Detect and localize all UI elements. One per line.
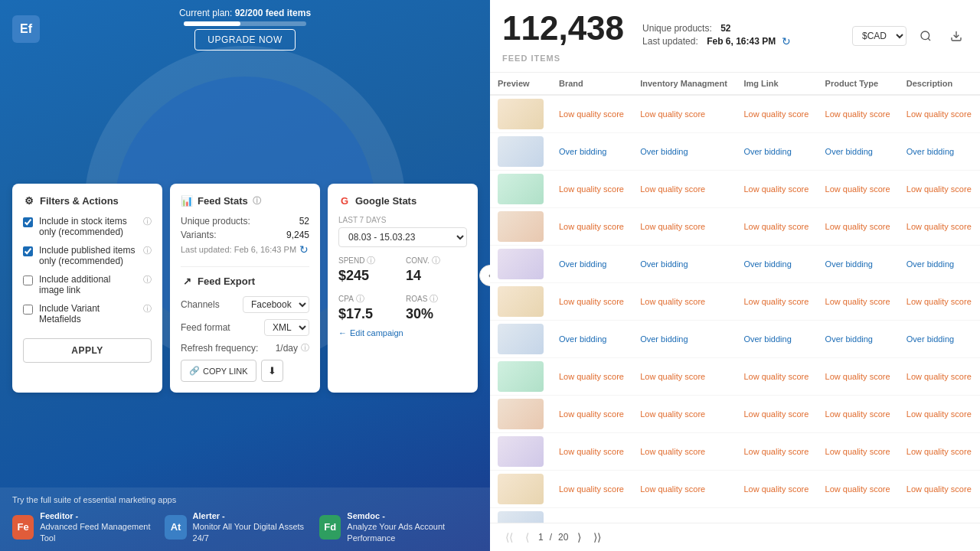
refresh-info-icon[interactable]: ⓘ — [301, 342, 309, 354]
next-page-button[interactable]: ⟩ — [574, 530, 584, 545]
plan-info: Current plan: 92/200 feed items UPGRADE … — [179, 8, 311, 51]
app-item-semdoc[interactable]: Fd Semdoc - Analyze Your Ads Account Per… — [319, 510, 478, 543]
preview-image — [498, 136, 544, 167]
preview-image — [498, 286, 544, 317]
additional-image-label: Include additional image link — [39, 274, 137, 295]
semdoc-icon: Fd — [319, 515, 341, 540]
inventory-cell: Low quality score — [632, 283, 736, 321]
svg-point-0 — [921, 31, 929, 40]
left-panel: Ef Current plan: 92/200 feed items UPGRA… — [0, 0, 490, 551]
preview-cell — [490, 358, 551, 396]
app-item-alerter[interactable]: At Alerter - Monitor All Your Digital As… — [165, 510, 307, 543]
feed-stats-info-icon[interactable]: ⓘ — [253, 195, 261, 207]
inventory-cell: Low quality score — [632, 358, 736, 396]
img-link-cell: Low quality score — [736, 95, 817, 133]
feed-stats-title: 📊 Feed Stats ⓘ — [181, 194, 309, 207]
download-header-button[interactable] — [945, 24, 968, 47]
inventory-cell: Over bidding — [632, 508, 736, 523]
table-row: Low quality score Low quality score Low … — [490, 171, 980, 208]
spend-info-icon[interactable]: ⓘ — [367, 255, 375, 266]
cpa-info-icon[interactable]: ⓘ — [356, 293, 364, 305]
table-header-row: Preview Brand Inventory Managment Img Li… — [490, 73, 980, 95]
published-info[interactable]: ⓘ — [143, 245, 152, 256]
preview-cell — [490, 95, 551, 133]
checkbox-additional-image: Include additional image link ⓘ — [23, 274, 152, 295]
inventory-cell: Over bidding — [632, 246, 736, 283]
preview-image — [498, 99, 544, 129]
inventory-cell: Low quality score — [632, 396, 736, 433]
conv-stat: CONV. ⓘ 14 — [406, 255, 467, 284]
channels-row: Channels Facebook — [181, 296, 309, 313]
brand-cell: Low quality score — [551, 358, 632, 396]
additional-image-info[interactable]: ⓘ — [143, 274, 152, 285]
feed-count: 112,438 — [502, 9, 624, 47]
channels-select[interactable]: Facebook — [243, 296, 309, 313]
alerter-icon: At — [165, 515, 186, 540]
img-link-cell: Low quality score — [736, 171, 817, 208]
variants-row: Variants: 9,245 — [181, 230, 309, 240]
roas-info-icon[interactable]: ⓘ — [430, 293, 438, 305]
in-stock-label: Include in stock items only (recommended… — [39, 216, 137, 237]
cards-row: ⚙ Filters & Actions Include in stock ite… — [0, 184, 490, 393]
last-updated-meta: Last updated: Feb 6, 16:43 PM ↻ — [642, 35, 840, 47]
in-stock-checkbox[interactable] — [23, 217, 33, 227]
download-button[interactable]: ⬇ — [261, 360, 283, 382]
product-type-cell: Low quality score — [818, 471, 899, 508]
app-item-feeditor[interactable]: Fe Feeditor - Advanced Feed Management T… — [12, 510, 152, 543]
additional-image-checkbox[interactable] — [23, 276, 33, 285]
published-checkbox[interactable] — [23, 246, 33, 256]
search-button[interactable] — [914, 24, 937, 47]
last-page-button[interactable]: ⟩⟩ — [590, 530, 604, 545]
description-cell: Over bidding — [899, 321, 980, 358]
app-logo: Ef — [12, 15, 40, 43]
table-row: Over bidding Over bidding Over bidding O… — [490, 246, 980, 283]
checkbox-published: Include published items only (recommende… — [23, 245, 152, 266]
conv-info-icon[interactable]: ⓘ — [432, 255, 440, 266]
upgrade-button[interactable]: UPGRADE NOW — [194, 29, 296, 51]
product-type-cell: Low quality score — [818, 283, 899, 321]
feed-meta: Unique products: 52 Last updated: Feb 6,… — [636, 23, 840, 49]
edit-campaign-link[interactable]: ← Edit campaign — [338, 328, 467, 337]
variant-metafields-info[interactable]: ⓘ — [143, 303, 152, 315]
description-cell: Low quality score — [899, 95, 980, 133]
prev-page-button[interactable]: ⟨ — [522, 530, 532, 545]
header-refresh-icon[interactable]: ↻ — [782, 35, 791, 47]
currency-select[interactable]: $CAD — [852, 26, 906, 46]
bottom-apps-label: Try the full suite of essential marketin… — [12, 495, 478, 504]
col-product-type: Product Type — [818, 73, 899, 95]
preview-image — [498, 249, 544, 279]
product-type-cell: Low quality score — [818, 433, 899, 471]
brand-cell: Over bidding — [551, 246, 632, 283]
page-current: 1 — [538, 532, 544, 543]
apply-button[interactable]: APPLY — [23, 338, 152, 363]
last-updated-row: Last updated: Feb 6, 16:43 PM ↻ — [181, 243, 309, 256]
feeditor-icon: Fe — [12, 515, 34, 540]
preview-image — [498, 436, 544, 467]
preview-cell — [490, 321, 551, 358]
feed-format-select[interactable]: XML — [264, 319, 309, 336]
conv-value: 14 — [406, 268, 467, 284]
brand-cell: Low quality score — [551, 171, 632, 208]
preview-cell — [490, 133, 551, 171]
in-stock-info[interactable]: ⓘ — [143, 216, 152, 227]
description-cell: Low quality score — [899, 358, 980, 396]
table-row: Low quality score Low quality score Low … — [490, 358, 980, 396]
img-link-cell: Over bidding — [736, 133, 817, 171]
product-type-cell: Low quality score — [818, 95, 899, 133]
first-page-button[interactable]: ⟨⟨ — [502, 530, 516, 545]
published-label: Include published items only (recommende… — [39, 245, 137, 266]
refresh-icon[interactable]: ↻ — [299, 243, 309, 256]
brand-cell: Over bidding — [551, 508, 632, 523]
brand-cell: Over bidding — [551, 133, 632, 171]
brand-cell: Low quality score — [551, 283, 632, 321]
copy-link-button[interactable]: 🔗 COPY LINK — [181, 360, 256, 382]
google-icon: G — [338, 194, 351, 207]
preview-cell — [490, 471, 551, 508]
col-img-link: Img Link — [736, 73, 817, 95]
variant-metafields-checkbox[interactable] — [23, 305, 33, 315]
link-icon: 🔗 — [189, 366, 200, 376]
feed-stats-card: 📊 Feed Stats ⓘ Unique products: 52 Varia… — [170, 184, 320, 393]
date-range-select[interactable]: 08.03 - 15.03.23 — [338, 227, 467, 247]
product-type-cell: Low quality score — [818, 358, 899, 396]
plan-label: Current plan: 92/200 feed items — [179, 8, 311, 18]
